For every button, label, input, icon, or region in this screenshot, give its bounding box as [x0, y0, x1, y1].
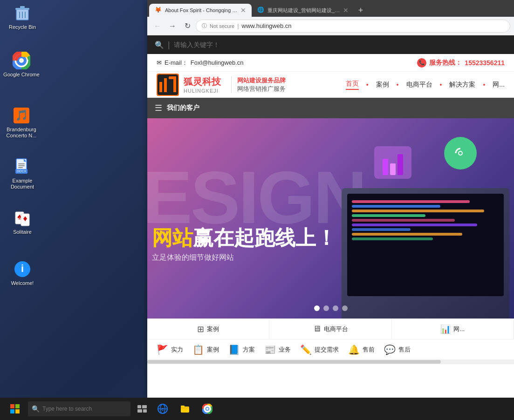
bottom-tabs: ⊞ 案例 🖥 电商平台 📊 网... [147, 318, 514, 339]
logo-english-text: HULINGKEJI [184, 88, 221, 94]
contact-email: ✉ E-mail： Foxl@hulingweb.cn [157, 59, 244, 67]
recycle-bin-icon [13, 4, 32, 22]
svg-rect-45 [143, 409, 147, 413]
desktop-icon-solitaire[interactable]: ♠ ♦ Solitaire [4, 209, 41, 235]
welcome-label: Welcome! [11, 280, 34, 286]
slide-dots [314, 305, 348, 311]
example-doc-icon: DOCX [13, 157, 32, 176]
svg-rect-50 [181, 406, 189, 413]
hero-background-text: ESIGN [147, 160, 365, 235]
nav-cases[interactable]: 案例 [376, 81, 389, 89]
svg-rect-42 [137, 405, 141, 408]
nav-solutions[interactable]: 解决方案 [449, 81, 475, 89]
bottom-nav-solutions[interactable]: 📘 方案 [228, 344, 255, 355]
new-tab-button[interactable]: + [354, 4, 367, 17]
bottom-nav-strength[interactable]: 🚩 实力 [157, 344, 183, 355]
phone-label: 服务热线： [429, 59, 462, 67]
horizontal-scrollbar[interactable] [147, 359, 514, 364]
tab2-favicon: 🌐 [257, 7, 265, 14]
bottom-nav-aftersale[interactable]: 💬 售后 [384, 344, 411, 355]
taskbar-chrome[interactable] [197, 398, 218, 420]
ecommerce-tab-icon: 🖥 [313, 324, 321, 334]
desktop: Recycle Bin Google Ch [0, 0, 514, 420]
start-button[interactable] [4, 398, 26, 420]
customer-label: 我们的客户 [167, 104, 199, 112]
desktop-icon-example-doc[interactable]: DOCX Example Document [4, 157, 41, 190]
site-menu: 首页 • 案例 • 电商平台 • 解决方案 • 网... [346, 80, 505, 90]
email-label: E-mail： [164, 59, 188, 67]
task-view-button[interactable] [132, 398, 152, 420]
cases-tab-icon: ⊞ [197, 324, 204, 334]
chrome-tab-1[interactable]: 🦊 About Fox Spirit - Chongqing We... ✕ [149, 4, 252, 17]
logo-service-2: 网络营销推广服务 [237, 85, 286, 93]
strength-label: 实力 [171, 345, 183, 354]
bottom-nav-submit[interactable]: ✏️ 提交需求 [300, 344, 339, 355]
bottom-nav-business[interactable]: 📰 业务 [264, 344, 291, 355]
presale-nav-icon: 🔔 [348, 344, 360, 355]
taskbar-explorer[interactable] [174, 398, 196, 420]
desktop-icon-welcome[interactable]: i Welcome! [4, 260, 41, 286]
slide-dot-3[interactable] [333, 305, 338, 311]
scrollbar-thumb[interactable] [147, 360, 441, 364]
svg-rect-15 [18, 163, 25, 164]
solutions-nav-label: 方案 [243, 345, 255, 354]
bottom-nav-presale[interactable]: 🔔 售前 [348, 344, 375, 355]
solitaire-label: Solitaire [13, 229, 32, 235]
desktop-icon-chrome[interactable]: Google Chrome [3, 51, 40, 78]
taskbar-pinned-apps: e [152, 398, 218, 420]
site-search-icon: 🔍 [155, 41, 164, 49]
slide-dot-2[interactable] [323, 305, 329, 311]
taskbar-search-input[interactable] [42, 406, 117, 412]
bottom-tab-network[interactable]: 📊 网... [392, 319, 514, 339]
brandenbug-icon: 🎵 [12, 106, 31, 125]
desktop-icon-recycle-bin[interactable]: Recycle Bin [4, 4, 41, 30]
presale-nav-label: 售前 [363, 345, 375, 354]
hamburger-icon[interactable]: ☰ [155, 103, 162, 113]
svg-point-10 [19, 58, 24, 63]
svg-rect-27 [159, 82, 162, 92]
desktop-icon-brandenbug[interactable]: 🎵 Brandenburg Concerto N... [3, 106, 40, 139]
tab1-close-button[interactable]: ✕ [240, 7, 246, 14]
nav-ecommerce[interactable]: 电商平台 [406, 81, 432, 89]
tab1-favicon: 🦊 [155, 7, 162, 14]
business-nav-label: 业务 [279, 345, 291, 354]
bottom-nav-cases[interactable]: 📋 案例 [192, 344, 219, 355]
taskbar-search[interactable]: 🔍 [28, 401, 130, 416]
contact-phone: 📞 服务热线： 15523356211 [417, 58, 505, 68]
svg-rect-38 [10, 404, 14, 408]
back-button[interactable]: ← [151, 20, 164, 33]
not-secure-label: Not secure [210, 23, 234, 29]
customer-bar: ☰ 我们的客户 [147, 98, 514, 118]
network-tab-label: 网... [453, 325, 465, 333]
svg-rect-28 [164, 78, 167, 92]
svg-text:DOCX: DOCX [17, 169, 27, 173]
bottom-tab-cases[interactable]: ⊞ 案例 [147, 319, 269, 339]
svg-rect-2 [20, 6, 25, 8]
nav-home[interactable]: 首页 [346, 80, 359, 90]
bottom-tab-ecommerce[interactable]: 🖥 电商平台 [269, 319, 391, 339]
brandenbug-label: Brandenburg Concerto N... [3, 127, 40, 139]
taskbar-ie[interactable]: e [152, 398, 173, 420]
tab2-close-button[interactable]: ✕ [343, 7, 349, 14]
aftersale-nav-icon: 💬 [384, 344, 396, 355]
svg-rect-17 [18, 167, 23, 168]
svg-rect-40 [10, 409, 14, 413]
logo-chinese-text: 狐灵科技 [184, 75, 221, 88]
site-search-input[interactable] [174, 41, 507, 48]
chrome-tab-2[interactable]: 🌐 重庆网站建设_营销网站建设_手... ✕ [252, 4, 354, 17]
solitaire-icon: ♠ ♦ [13, 209, 32, 227]
nav-more[interactable]: 网... [493, 81, 505, 89]
address-bar[interactable]: ⓘ Not secure | www.hulingweb.cn [196, 20, 510, 33]
svg-rect-41 [15, 409, 20, 413]
email-envelope-icon: ✉ [157, 59, 162, 66]
hero-laptop [337, 169, 514, 318]
submit-nav-icon: ✏️ [300, 344, 312, 355]
reload-button[interactable]: ↻ [181, 20, 194, 33]
solutions-nav-icon: 📘 [228, 344, 240, 355]
submit-nav-label: 提交需求 [315, 345, 339, 354]
forward-button[interactable]: → [166, 20, 179, 33]
slide-dot-4[interactable] [342, 305, 348, 311]
ecommerce-tab-label: 电商平台 [324, 325, 348, 333]
slide-dot-1[interactable] [314, 305, 320, 311]
search-separator: | [168, 40, 170, 50]
